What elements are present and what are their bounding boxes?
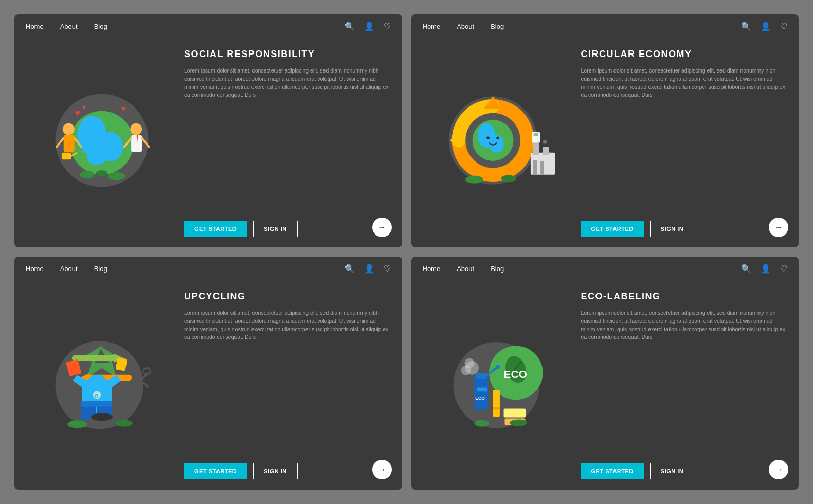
heart-icon-3[interactable]: ♡ [384, 264, 391, 274]
sign-in-btn-1[interactable]: SIGN IN [253, 221, 297, 237]
nav-about-2[interactable]: About [457, 23, 474, 30]
svg-rect-34 [540, 161, 544, 175]
btn-row-1: GET STARTED SIGN IN [184, 221, 392, 237]
svg-rect-39 [533, 133, 538, 136]
svg-point-40 [465, 176, 483, 184]
sign-in-btn-4[interactable]: SIGN IN [650, 463, 694, 479]
nav-2: Home About Blog 🔍 👤 ♡ [411, 14, 799, 39]
nav-home-3[interactable]: Home [26, 265, 44, 273]
sign-in-btn-3[interactable]: SIGN IN [253, 463, 297, 479]
nav-blog-2[interactable]: Blog [491, 23, 504, 30]
content-3: UPCYCLING Lorem ipsum dolor sit amet, co… [184, 286, 392, 479]
nav-4: Home About Blog 🔍 👤 ♡ [411, 257, 799, 281]
svg-rect-74 [503, 408, 526, 417]
content-2: CIRCULAR ECONOMY Lorem ipsum dolor sit a… [581, 44, 789, 237]
svg-point-61 [115, 420, 133, 426]
svg-text:✿: ✿ [94, 393, 98, 399]
svg-text:ECO: ECO [475, 395, 485, 401]
card-title-1: SOCIAL RESPONSIBILITY [184, 49, 392, 60]
card-circular-economy: Home About Blog 🔍 👤 ♡ [411, 14, 799, 247]
svg-point-20 [107, 172, 125, 180]
get-started-btn-1[interactable]: GET STARTED [184, 221, 247, 237]
svg-point-21 [96, 170, 108, 176]
svg-point-41 [501, 175, 516, 182]
nav-blog-1[interactable]: Blog [94, 23, 107, 30]
svg-point-29 [496, 136, 499, 139]
btn-row-4: GET STARTED SIGN IN [581, 463, 789, 479]
svg-text:♥: ♥ [121, 105, 125, 113]
nav-icons-2: 🔍 👤 ♡ [741, 22, 787, 31]
nav-blog-3[interactable]: Blog [94, 265, 107, 273]
nav-blog-4[interactable]: Blog [491, 265, 504, 273]
svg-rect-33 [533, 160, 537, 175]
nav-home-4[interactable]: Home [423, 265, 441, 273]
svg-rect-70 [477, 388, 487, 392]
nav-about-3[interactable]: About [60, 265, 78, 273]
arrow-btn-4[interactable]: → [769, 460, 788, 479]
nav-icons-4: 🔍 👤 ♡ [741, 264, 787, 274]
illustration-circular [422, 44, 576, 237]
search-icon-4[interactable]: 🔍 [741, 264, 751, 274]
svg-point-11 [130, 123, 142, 135]
svg-rect-72 [493, 390, 499, 417]
content-4: ECO-LABELING Lorem ipsum dolor sit amet,… [581, 286, 789, 479]
illustration-upcycling: ✿ [25, 286, 179, 479]
card-upcycling: Home About Blog 🔍 👤 ♡ [14, 257, 402, 490]
illustration-social: ♥ ♥ ♥ [25, 44, 179, 237]
heart-icon-4[interactable]: ♡ [780, 264, 787, 274]
illustration-eco: ECO ECO [422, 286, 576, 479]
card-title-3: UPCYCLING [184, 291, 392, 302]
nav-icons-1: 🔍 👤 ♡ [345, 22, 391, 31]
nav-about-4[interactable]: About [457, 265, 474, 273]
svg-rect-57 [116, 357, 128, 371]
card-body-1: ♥ ♥ ♥ SOCIAL RESPONSIBILITY Lorem ipsum … [14, 39, 402, 247]
svg-point-77 [509, 419, 527, 426]
main-grid: Home About Blog 🔍 👤 ♡ [0, 0, 813, 504]
svg-rect-12 [131, 135, 142, 152]
card-title-4: ECO-LABELING [581, 291, 789, 302]
user-icon-4[interactable]: 👤 [761, 264, 771, 274]
user-icon-2[interactable]: 👤 [761, 22, 771, 31]
svg-rect-73 [493, 407, 499, 410]
nav-icons-3: 🔍 👤 ♡ [345, 264, 391, 274]
sign-in-btn-2[interactable]: SIGN IN [650, 221, 694, 237]
svg-rect-32 [543, 147, 548, 155]
nav-home-1[interactable]: Home [26, 23, 44, 30]
card-social-responsibility: Home About Blog 🔍 👤 ♡ [14, 14, 402, 247]
card-body-2: CIRCULAR ECONOMY Lorem ipsum dolor sit a… [411, 39, 799, 247]
svg-rect-6 [64, 135, 75, 152]
user-icon-3[interactable]: 👤 [364, 264, 374, 274]
svg-point-76 [474, 420, 489, 426]
arrow-btn-2[interactable]: → [769, 218, 788, 237]
get-started-btn-3[interactable]: GET STARTED [184, 463, 247, 479]
get-started-btn-2[interactable]: GET STARTED [581, 221, 644, 237]
nav-home-2[interactable]: Home [423, 23, 441, 30]
search-icon-2[interactable]: 🔍 [741, 22, 751, 31]
btn-row-3: GET STARTED SIGN IN [184, 463, 392, 479]
btn-row-2: GET STARTED SIGN IN [581, 221, 789, 237]
svg-text:ECO: ECO [503, 368, 527, 380]
user-icon-1[interactable]: 👤 [364, 22, 374, 31]
card-title-2: CIRCULAR ECONOMY [581, 49, 789, 60]
svg-point-4 [87, 150, 106, 165]
card-body-4: ECO ECO [411, 281, 799, 490]
nav-3: Home About Blog 🔍 👤 ♡ [14, 257, 402, 281]
svg-rect-51 [81, 401, 112, 406]
heart-icon-1[interactable]: ♡ [384, 22, 391, 31]
svg-point-60 [67, 420, 87, 428]
svg-point-19 [80, 171, 95, 178]
svg-rect-67 [476, 373, 486, 379]
card-eco-labeling: Home About Blog 🔍 👤 ♡ EC [411, 257, 799, 490]
get-started-btn-4[interactable]: GET STARTED [581, 463, 644, 479]
card-text-3: Lorem ipsum dolor sit amet, consectetuer… [184, 309, 392, 341]
search-icon-1[interactable]: 🔍 [345, 22, 355, 31]
svg-point-28 [486, 136, 490, 139]
nav-1: Home About Blog 🔍 👤 ♡ [14, 14, 402, 39]
heart-icon-2[interactable]: ♡ [780, 22, 787, 31]
arrow-btn-1[interactable]: → [372, 218, 392, 237]
card-body-3: ✿ [14, 281, 402, 490]
arrow-btn-3[interactable]: → [372, 460, 392, 479]
nav-about-1[interactable]: About [60, 23, 78, 30]
search-icon-3[interactable]: 🔍 [345, 264, 355, 274]
svg-text:♥: ♥ [75, 107, 80, 118]
